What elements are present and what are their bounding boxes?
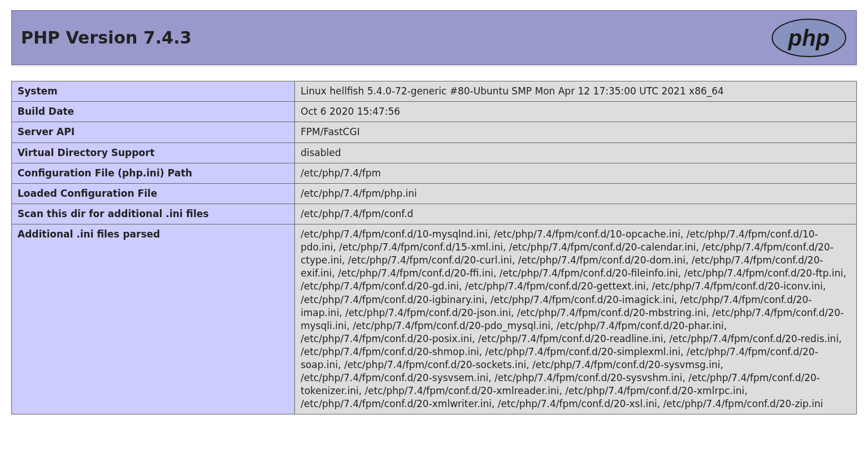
row-label-virtual-dir: Virtual Directory Support	[12, 142, 295, 163]
row-value-config-path: /etc/php/7.4/fpm	[295, 163, 857, 183]
row-value-server-api: FPM/FastCGI	[295, 122, 857, 142]
svg-text:php: php	[788, 25, 830, 50]
header-box: PHP Version 7.4.3 php	[11, 10, 857, 65]
row-label-additional-ini: Additional .ini files parsed	[12, 224, 295, 414]
phpinfo-table: System Linux hellfish 5.4.0-72-generic #…	[11, 81, 857, 414]
table-row: Scan this dir for additional .ini files …	[12, 204, 857, 224]
table-row: System Linux hellfish 5.4.0-72-generic #…	[12, 81, 857, 102]
row-label-system: System	[12, 81, 295, 102]
table-row: Server API FPM/FastCGI	[12, 122, 857, 142]
table-row: Additional .ini files parsed /etc/php/7.…	[12, 224, 857, 414]
table-row: Build Date Oct 6 2020 15:47:56	[12, 102, 857, 122]
page-title: PHP Version 7.4.3	[21, 28, 192, 47]
table-row: Loaded Configuration File /etc/php/7.4/f…	[12, 183, 857, 204]
table-row: Configuration File (php.ini) Path /etc/p…	[12, 163, 857, 183]
row-value-additional-ini: /etc/php/7.4/fpm/conf.d/10-mysqlnd.ini, …	[295, 224, 857, 414]
row-value-virtual-dir: disabled	[295, 142, 857, 163]
row-value-build-date: Oct 6 2020 15:47:56	[295, 102, 857, 122]
row-label-server-api: Server API	[12, 122, 295, 142]
row-label-loaded-config: Loaded Configuration File	[12, 183, 295, 204]
row-label-scan-dir: Scan this dir for additional .ini files	[12, 204, 295, 224]
php-logo-icon: php	[771, 18, 847, 58]
row-value-loaded-config: /etc/php/7.4/fpm/php.ini	[295, 183, 857, 204]
table-row: Virtual Directory Support disabled	[12, 142, 857, 163]
row-value-system: Linux hellfish 5.4.0-72-generic #80-Ubun…	[295, 81, 857, 102]
row-label-build-date: Build Date	[12, 102, 295, 122]
phpinfo-page: PHP Version 7.4.3 php System Linux hellf…	[0, 0, 868, 414]
row-value-scan-dir: /etc/php/7.4/fpm/conf.d	[295, 204, 857, 224]
row-label-config-path: Configuration File (php.ini) Path	[12, 163, 295, 183]
